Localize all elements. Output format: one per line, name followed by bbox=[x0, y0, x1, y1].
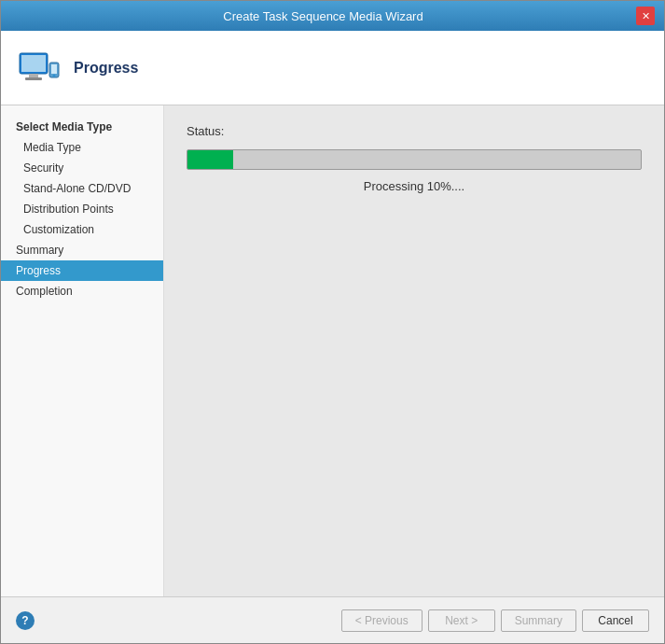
summary-button[interactable]: Summary bbox=[501, 609, 576, 632]
titlebar: Create Task Sequence Media Wizard ✕ bbox=[1, 1, 664, 31]
footer: ? < Previous Next > Summary Cancel bbox=[1, 596, 664, 643]
content-area: Select Media Type Media Type Security St… bbox=[1, 105, 664, 596]
sidebar-item-summary[interactable]: Summary bbox=[1, 240, 163, 260]
footer-buttons: < Previous Next > Summary Cancel bbox=[341, 609, 649, 632]
main-content: Status: Processing 10%.... bbox=[164, 105, 664, 596]
sidebar-item-media-type[interactable]: Media Type bbox=[1, 137, 163, 158]
sidebar-category-select-media: Select Media Type bbox=[1, 117, 163, 137]
svg-rect-5 bbox=[51, 64, 57, 74]
svg-rect-1 bbox=[21, 55, 46, 72]
titlebar-controls: ✕ bbox=[636, 7, 655, 25]
close-button[interactable]: ✕ bbox=[636, 7, 655, 25]
sidebar-item-standalone-cd-dvd[interactable]: Stand-Alone CD/DVD bbox=[1, 178, 163, 199]
progress-bar-fill bbox=[187, 150, 233, 169]
wizard-icon bbox=[16, 46, 61, 91]
next-button[interactable]: Next > bbox=[428, 609, 495, 632]
help-button[interactable]: ? bbox=[16, 611, 35, 630]
sidebar: Select Media Type Media Type Security St… bbox=[1, 105, 164, 596]
header-section: Progress bbox=[1, 31, 664, 105]
footer-left: ? bbox=[16, 611, 35, 630]
previous-button[interactable]: < Previous bbox=[341, 609, 423, 632]
sidebar-item-security[interactable]: Security bbox=[1, 158, 163, 178]
svg-point-6 bbox=[53, 74, 56, 77]
progress-bar-container bbox=[187, 149, 642, 170]
svg-rect-2 bbox=[29, 74, 38, 77]
header-title: Progress bbox=[74, 60, 138, 77]
sidebar-item-customization[interactable]: Customization bbox=[1, 219, 163, 240]
sidebar-item-progress[interactable]: Progress bbox=[1, 260, 163, 281]
status-label: Status: bbox=[187, 124, 642, 138]
window-title: Create Task Sequence Media Wizard bbox=[10, 9, 636, 23]
wizard-window: Create Task Sequence Media Wizard ✕ Prog… bbox=[0, 0, 665, 644]
sidebar-item-completion[interactable]: Completion bbox=[1, 281, 163, 301]
sidebar-item-distribution-points[interactable]: Distribution Points bbox=[1, 199, 163, 219]
progress-text: Processing 10%.... bbox=[187, 179, 642, 193]
cancel-button[interactable]: Cancel bbox=[582, 609, 649, 632]
svg-rect-3 bbox=[25, 77, 42, 80]
